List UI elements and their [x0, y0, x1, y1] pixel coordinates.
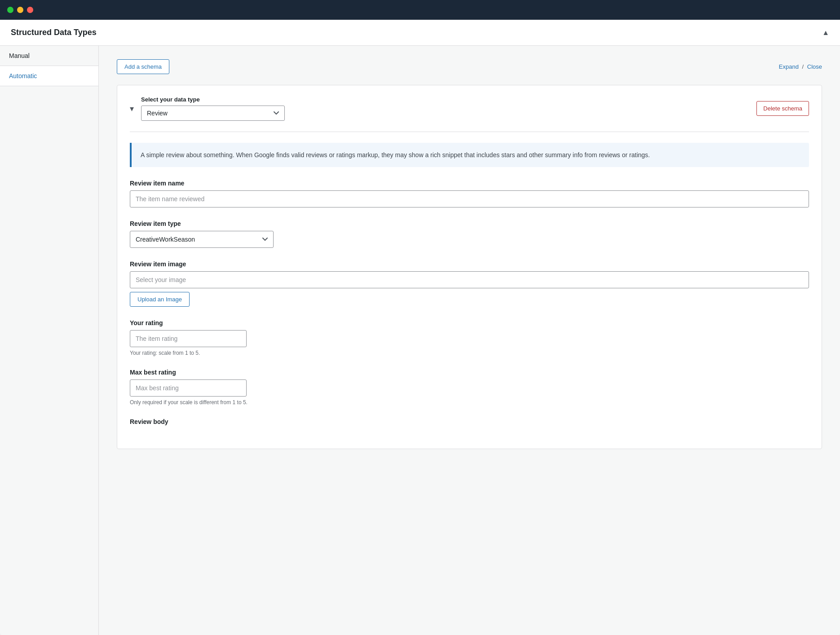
- max-best-rating-input[interactable]: [130, 379, 247, 397]
- review-item-image-input[interactable]: [130, 271, 809, 288]
- schema-panel: ▾ Select your data type Review Article E…: [117, 85, 822, 449]
- info-text: A simple review about something. When Go…: [141, 150, 800, 160]
- collapse-icon[interactable]: ▲: [822, 29, 829, 37]
- sidebar-item-manual[interactable]: Manual: [0, 46, 98, 66]
- form-group-max-best-rating: Max best rating Only required if your sc…: [130, 369, 809, 406]
- form-group-review-body: Review body: [130, 418, 809, 425]
- your-rating-input[interactable]: [130, 330, 247, 347]
- review-item-image-label: Review item image: [130, 260, 809, 268]
- form-group-review-item-name: Review item name: [130, 180, 809, 207]
- info-block: A simple review about something. When Go…: [130, 143, 809, 167]
- form-group-review-item-image: Review item image Upload an Image: [130, 260, 809, 307]
- traffic-light-green[interactable]: [7, 7, 13, 13]
- review-item-type-label: Review item type: [130, 220, 809, 227]
- divider-1: [130, 132, 809, 132]
- toolbar-row: Add a schema Expand / Close: [117, 59, 822, 74]
- upload-image-button[interactable]: Upload an Image: [130, 292, 190, 307]
- expand-link[interactable]: Expand: [779, 63, 799, 70]
- schema-header-row: ▾ Select your data type Review Article E…: [130, 96, 809, 121]
- select-data-type-label: Select your data type: [141, 96, 749, 103]
- delete-schema-button[interactable]: Delete schema: [756, 101, 809, 116]
- top-header: Structured Data Types ▲: [0, 20, 840, 46]
- review-item-type-select[interactable]: CreativeWorkSeason Book Course Event Loc…: [130, 231, 274, 248]
- traffic-light-red[interactable]: [27, 7, 33, 13]
- select-data-type-wrap: Select your data type Review Article Eve…: [141, 96, 749, 121]
- review-item-name-label: Review item name: [130, 180, 809, 187]
- max-best-rating-label: Max best rating: [130, 369, 809, 376]
- data-type-select[interactable]: Review Article Event FAQ HowTo LocalBusi…: [141, 106, 285, 121]
- form-group-review-item-type: Review item type CreativeWorkSeason Book…: [130, 220, 809, 248]
- chevron-down-icon[interactable]: ▾: [130, 104, 134, 114]
- form-group-your-rating: Your rating Your rating: scale from 1 to…: [130, 319, 809, 356]
- traffic-light-yellow[interactable]: [17, 7, 23, 13]
- review-item-name-input[interactable]: [130, 190, 809, 207]
- app-window: Structured Data Types ▲ Manual Automatic…: [0, 20, 840, 635]
- title-bar: [0, 0, 840, 20]
- sidebar-item-automatic[interactable]: Automatic: [0, 66, 98, 86]
- add-schema-button[interactable]: Add a schema: [117, 59, 169, 74]
- max-best-rating-hint: Only required if your scale is different…: [130, 399, 809, 406]
- your-rating-label: Your rating: [130, 319, 809, 326]
- layout: Manual Automatic Add a schema Expand / C…: [0, 46, 840, 635]
- main-content: Add a schema Expand / Close ▾ Select you…: [99, 46, 840, 635]
- your-rating-hint: Your rating: scale from 1 to 5.: [130, 350, 809, 356]
- page-title: Structured Data Types: [11, 28, 97, 37]
- close-link[interactable]: Close: [807, 63, 822, 70]
- review-body-label: Review body: [130, 418, 809, 425]
- toolbar-links: Expand / Close: [779, 63, 822, 70]
- sidebar: Manual Automatic: [0, 46, 99, 635]
- toolbar-separator: /: [802, 63, 804, 70]
